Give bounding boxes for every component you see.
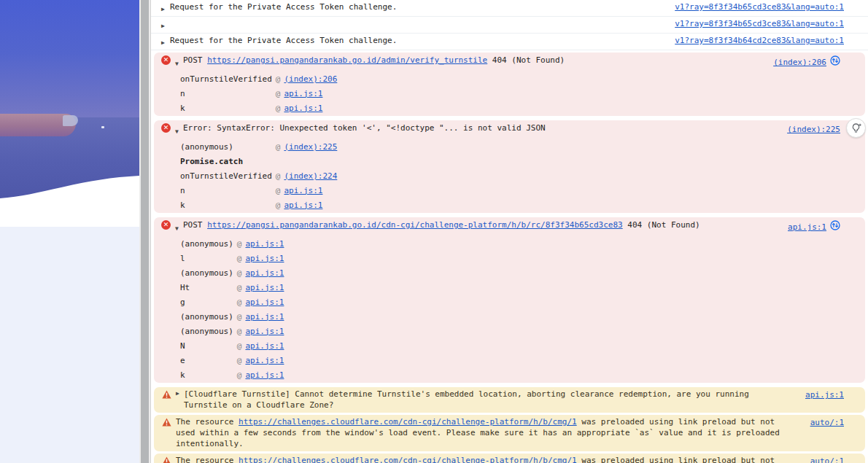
warning-source: auto/:1 bbox=[791, 416, 844, 427]
stack-source-link[interactable]: api.js:1 bbox=[245, 356, 284, 365]
log-row: ▶Request for the Private Access Token ch… bbox=[151, 0, 868, 17]
hero-wave-shape bbox=[0, 172, 139, 227]
warning-block: ▶[Cloudflare Turnstile] Cannot determine… bbox=[154, 387, 865, 413]
screen: ▶Request for the Private Access Token ch… bbox=[0, 0, 868, 463]
ai-insight-button[interactable] bbox=[846, 118, 866, 138]
page-scrollbar[interactable] bbox=[139, 0, 150, 463]
stack-frame-row: onTurnstileVerified@(index):224 bbox=[180, 168, 859, 183]
stack-function-name: n bbox=[180, 186, 272, 195]
stack-function-name: (anonymous) bbox=[180, 268, 233, 278]
source-link[interactable]: auto/:1 bbox=[810, 418, 844, 427]
error-block: ✕▼POST https://pangsi.pangandarankab.go.… bbox=[154, 217, 865, 383]
stack-at-symbol: @ bbox=[237, 356, 242, 365]
stack-function-name: l bbox=[180, 254, 233, 263]
message-link[interactable]: https://pangsi.pangandarankab.go.id/cdn-… bbox=[207, 220, 623, 230]
collapse-triangle-icon[interactable]: ▼ bbox=[175, 121, 183, 139]
stack-frame-row: l@api.js:1 bbox=[180, 251, 859, 265]
stack-function-name: Promise.catch bbox=[180, 157, 272, 166]
stack-source-link[interactable]: api.js:1 bbox=[284, 104, 322, 113]
stack-at-symbol: @ bbox=[237, 239, 242, 249]
error-source: (index):206 bbox=[773, 53, 840, 71]
message-text: POST bbox=[183, 220, 207, 230]
stack-function-name: (anonymous) bbox=[180, 239, 233, 249]
console-log-list: ▶Request for the Private Access Token ch… bbox=[151, 0, 868, 50]
collapse-triangle-icon[interactable]: ▼ bbox=[175, 53, 183, 71]
stack-function-name: (anonymous) bbox=[180, 142, 272, 152]
stack-frame-row: Promise.catch bbox=[180, 154, 859, 168]
source-link[interactable]: (index):225 bbox=[787, 122, 840, 137]
stack-function-name: n bbox=[180, 89, 272, 98]
source-link[interactable]: auto/:1 bbox=[810, 456, 844, 463]
log-source-link[interactable]: v1?ray=8f3f34b64cd2ce83&lang=auto:1 bbox=[675, 35, 844, 47]
stack-at-symbol: @ bbox=[237, 327, 242, 336]
stack-source-link[interactable]: api.js:1 bbox=[245, 268, 284, 278]
source-link[interactable]: (index):206 bbox=[773, 55, 826, 70]
stack-frame-row: (anonymous)@(index):225 bbox=[180, 139, 859, 154]
message-text: The resource bbox=[176, 456, 239, 463]
error-message: POST https://pangsi.pangandarankab.go.id… bbox=[183, 53, 764, 68]
expand-triangle-icon[interactable]: ▶ bbox=[161, 18, 170, 32]
expand-triangle-icon[interactable]: ▶ bbox=[176, 389, 184, 397]
stack-source-link[interactable]: (index):224 bbox=[284, 171, 337, 181]
error-message-line: ✕▼Error: SyntaxError: Unexpected token '… bbox=[161, 121, 859, 139]
initiator-icon[interactable] bbox=[830, 220, 840, 236]
source-link[interactable]: api.js:1 bbox=[788, 220, 826, 235]
stack-source-link[interactable]: (index):206 bbox=[284, 74, 337, 84]
stack-source-link[interactable]: api.js:1 bbox=[284, 201, 322, 210]
stack-source-link[interactable]: api.js:1 bbox=[245, 370, 284, 380]
hero-cliff-tip bbox=[63, 115, 78, 126]
page-scrollbar-thumb[interactable] bbox=[141, 0, 149, 463]
stack-source-link[interactable]: api.js:1 bbox=[284, 186, 322, 195]
source-link[interactable]: api.js:1 bbox=[805, 390, 844, 400]
stack-at-symbol: @ bbox=[237, 254, 242, 263]
stack-at-symbol: @ bbox=[237, 341, 242, 351]
stack-at-symbol: @ bbox=[276, 171, 281, 181]
stack-source-link[interactable]: api.js:1 bbox=[245, 341, 284, 351]
stack-function-name: N bbox=[180, 341, 233, 351]
stack-function-name: onTurnstileVerified bbox=[180, 171, 272, 181]
message-text: POST bbox=[183, 55, 207, 65]
expand-triangle-icon[interactable]: ▶ bbox=[161, 1, 170, 15]
error-message-line: ✕▼POST https://pangsi.pangandarankab.go.… bbox=[161, 218, 859, 236]
stack-source-link[interactable]: api.js:1 bbox=[245, 239, 284, 249]
hero-boat-dot bbox=[101, 126, 104, 128]
stack-frame-row: (anonymous)@api.js:1 bbox=[180, 324, 859, 338]
stack-source-link[interactable]: api.js:1 bbox=[245, 327, 284, 336]
stack-source-link[interactable]: api.js:1 bbox=[245, 254, 284, 263]
message-link[interactable]: https://challenges.cloudflare.com/cdn-cg… bbox=[239, 456, 577, 463]
stack-function-name: k bbox=[180, 201, 272, 210]
error-message: Error: SyntaxError: Unexpected token '<'… bbox=[183, 121, 778, 136]
stack-function-name: Ht bbox=[180, 283, 233, 292]
stack-source-link[interactable]: api.js:1 bbox=[284, 89, 322, 98]
log-row: ▶Request for the Private Access Token ch… bbox=[151, 34, 868, 50]
log-message: Request for the Private Access Token cha… bbox=[170, 1, 675, 13]
warning-message-line: The resource https://challenges.cloudfla… bbox=[161, 455, 859, 463]
webpage-background bbox=[0, 0, 139, 463]
warning-message-line: The resource https://challenges.cloudfla… bbox=[161, 416, 859, 449]
stack-source-link[interactable]: api.js:1 bbox=[245, 297, 284, 307]
error-message: POST https://pangsi.pangandarankab.go.id… bbox=[183, 218, 779, 233]
initiator-icon[interactable] bbox=[830, 55, 840, 71]
message-text: 404 (Not Found) bbox=[623, 220, 700, 230]
stack-source-link[interactable]: api.js:1 bbox=[245, 312, 284, 322]
stack-function-name: onTurnstileVerified bbox=[180, 74, 272, 84]
log-source-link[interactable]: v1?ray=8f3f34b65cd3ce83&lang=auto:1 bbox=[675, 1, 844, 13]
warning-block: The resource https://challenges.cloudfla… bbox=[154, 454, 865, 463]
warning-message: The resource https://challenges.cloudfla… bbox=[176, 455, 783, 463]
log-source-link[interactable]: v1?ray=8f3f34b65cd3ce83&lang=auto:1 bbox=[675, 18, 844, 30]
expand-triangle-icon[interactable]: ▶ bbox=[161, 35, 170, 49]
error-icon: ✕ bbox=[161, 220, 171, 230]
stack-source-link[interactable]: (index):225 bbox=[284, 142, 337, 152]
stack-at-symbol: @ bbox=[276, 201, 281, 210]
message-link[interactable]: https://challenges.cloudflare.com/cdn-cg… bbox=[239, 417, 577, 427]
stack-function-name: k bbox=[180, 104, 272, 113]
stack-source-link[interactable]: api.js:1 bbox=[245, 283, 284, 292]
stack-at-symbol: @ bbox=[237, 268, 242, 278]
stack-frame-row: N@api.js:1 bbox=[180, 338, 859, 353]
error-source: api.js:1 bbox=[788, 218, 840, 236]
warning-triangle-icon bbox=[162, 390, 171, 401]
message-link[interactable]: https://pangsi.pangandarankab.go.id/admi… bbox=[207, 55, 487, 65]
collapse-triangle-icon[interactable]: ▼ bbox=[175, 218, 183, 236]
error-source: (index):225 bbox=[787, 121, 840, 137]
stack-frame-row: (anonymous)@api.js:1 bbox=[180, 265, 859, 280]
